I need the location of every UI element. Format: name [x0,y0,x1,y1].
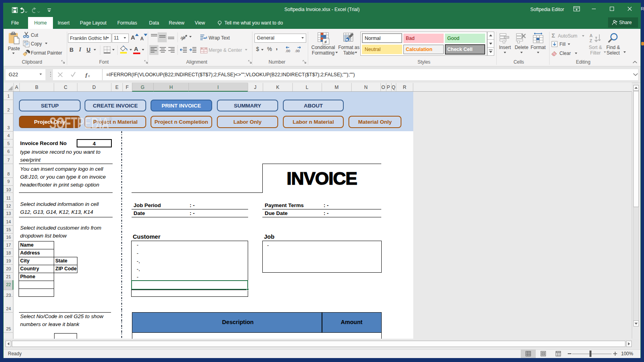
svg-text:f: f [85,72,88,78]
svg-text:x: x [88,74,90,78]
svg-text:A: A [589,33,593,38]
svg-text:.00: .00 [295,49,300,53]
svg-text:.00: .00 [285,49,290,53]
svg-text:Z: Z [589,38,592,43]
svg-text:≠: ≠ [324,39,327,45]
